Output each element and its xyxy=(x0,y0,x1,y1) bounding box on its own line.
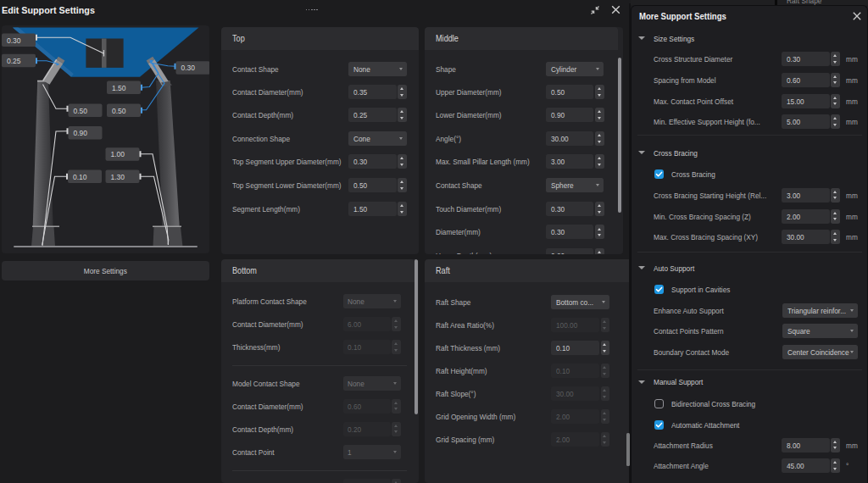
svg-text:0.30: 0.30 xyxy=(181,63,196,72)
svg-text:1.30: 1.30 xyxy=(111,172,125,181)
svg-text:0.50: 0.50 xyxy=(74,106,88,115)
svg-text:0.25: 0.25 xyxy=(7,56,21,65)
svg-text:0.30: 0.30 xyxy=(7,36,21,45)
svg-text:1.50: 1.50 xyxy=(112,83,126,92)
svg-text:1.00: 1.00 xyxy=(111,149,125,158)
svg-text:0.90: 0.90 xyxy=(74,128,88,137)
svg-text:0.50: 0.50 xyxy=(112,106,126,115)
svg-text:0.10: 0.10 xyxy=(73,172,87,181)
